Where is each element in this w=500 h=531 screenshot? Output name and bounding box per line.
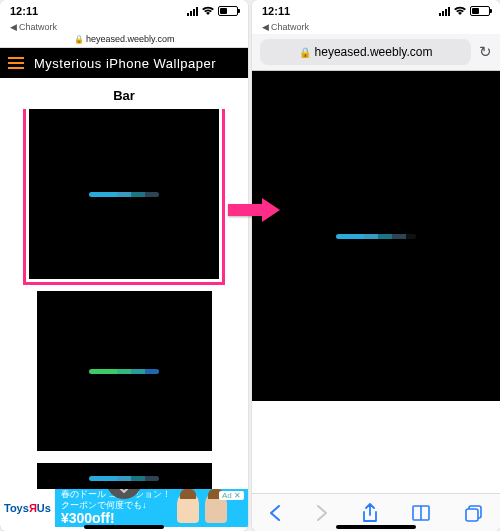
ad-image [177, 493, 199, 523]
wallpaper-viewer [252, 71, 500, 531]
phone-right: 12:11 ◀ Chatwork 🔒 heyeased.weebly.com ↻ [252, 0, 500, 531]
bar-preview [89, 476, 159, 481]
wallpaper-item[interactable] [37, 291, 212, 451]
bar-preview [89, 369, 159, 374]
signal-icon [439, 7, 450, 16]
section-title: Bar [0, 78, 248, 109]
status-right [439, 6, 490, 16]
bar-preview [336, 234, 416, 239]
status-time: 12:11 [262, 5, 290, 17]
url-mini-bar[interactable]: 🔒 heyeased.weebly.com [0, 34, 248, 48]
wallpaper-full[interactable] [252, 71, 500, 401]
battery-icon [218, 6, 238, 16]
refresh-icon[interactable]: ↻ [479, 43, 492, 61]
site-title: Mysterious iPhone Wallpaper [34, 56, 216, 71]
ad-logo: ToysRUs [0, 489, 55, 527]
signal-icon [187, 7, 198, 16]
bookmarks-icon[interactable] [411, 504, 431, 522]
lock-icon: 🔒 [299, 47, 311, 58]
share-icon[interactable] [361, 503, 379, 523]
wifi-icon [453, 6, 467, 16]
arrow-icon [226, 192, 282, 228]
wallpaper-item[interactable] [29, 109, 219, 279]
status-bar: 12:11 [0, 0, 248, 22]
status-right [187, 6, 238, 16]
phone-left: 12:11 ◀ Chatwork 🔒 heyeased.weebly.com M… [0, 0, 248, 531]
wallpaper-gallery[interactable] [0, 109, 248, 531]
back-to-app[interactable]: ◀ Chatwork [0, 22, 248, 34]
status-time: 12:11 [10, 5, 38, 17]
battery-icon [470, 6, 490, 16]
site-header: Mysterious iPhone Wallpaper [0, 48, 248, 78]
lock-icon: 🔒 [74, 35, 84, 44]
svg-rect-2 [228, 204, 262, 216]
back-to-app[interactable]: ◀ Chatwork [252, 22, 500, 34]
ad-banner[interactable]: ToysRUs 春のドール コレクション！ クーポンで何度でも↓ ¥300off… [0, 489, 248, 527]
ad-badge[interactable]: Ad ✕ [219, 491, 244, 500]
home-indicator[interactable] [84, 525, 164, 529]
hamburger-icon[interactable] [8, 57, 24, 69]
forward-icon [315, 504, 329, 522]
svg-rect-1 [466, 509, 478, 521]
url-field[interactable]: 🔒 heyeased.weebly.com [260, 39, 471, 65]
status-bar: 12:11 [252, 0, 500, 22]
back-icon[interactable] [268, 504, 282, 522]
wifi-icon [201, 6, 215, 16]
tabs-icon[interactable] [464, 504, 484, 522]
safari-url-bar: 🔒 heyeased.weebly.com ↻ [252, 34, 500, 71]
home-indicator[interactable] [336, 525, 416, 529]
bar-preview [89, 192, 159, 197]
